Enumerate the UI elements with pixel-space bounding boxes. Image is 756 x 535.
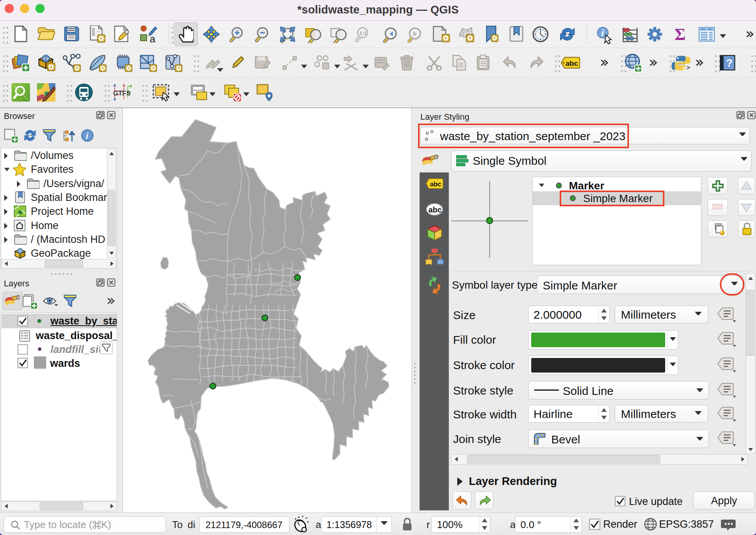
- svg-text:?: ?: [726, 57, 733, 69]
- svg-text:abc: abc: [565, 59, 578, 67]
- svg-text:GTFS: GTFS: [113, 90, 130, 97]
- svg-text:i: i: [86, 131, 89, 141]
- svg-text:*: *: [721, 230, 723, 235]
- svg-text:a: a: [150, 33, 156, 43]
- svg-text:abc: abc: [428, 206, 442, 214]
- svg-text:abc: abc: [430, 181, 441, 188]
- svg-text:1:1: 1:1: [360, 30, 367, 36]
- svg-text:>: >: [686, 64, 690, 71]
